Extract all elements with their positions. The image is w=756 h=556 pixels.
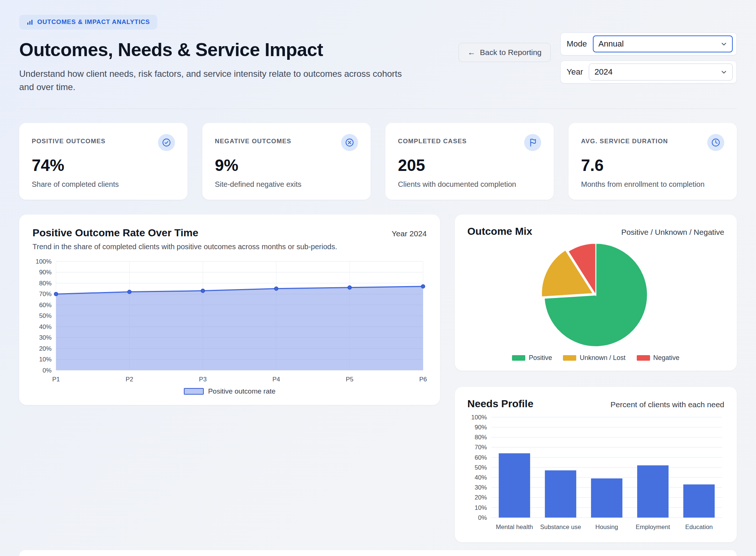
kpi-card-top: NEGATIVE OUTCOMES [215, 134, 358, 151]
mode-year-panel: Mode Annual Year 2024 [560, 32, 737, 83]
kpi-caption: Site-defined negative exits [215, 179, 358, 189]
pie-legend-item: Unknown / Lost [563, 354, 625, 362]
svg-text:80%: 80% [39, 280, 52, 287]
needs-profile-bar-chart: 0%10%20%30%40%50%60%70%80%90%100%Mental … [467, 413, 724, 533]
section-badge-label: OUTCOMES & IMPACT ANALYTICS [37, 18, 150, 26]
back-to-reporting-button[interactable]: ← Back to Reporting [458, 43, 551, 62]
svg-text:Mental health: Mental health [496, 524, 533, 531]
svg-text:80%: 80% [475, 434, 487, 441]
kpi-card-avg-service-duration: AVG. SERVICE DURATION 7.6 Months from en… [568, 123, 737, 200]
pie-legend-item: Positive [512, 354, 552, 362]
svg-text:0%: 0% [478, 514, 487, 521]
legend-label: Negative [653, 354, 680, 362]
card-head: Outcome Mix Positive / Unknown / Negativ… [467, 226, 724, 237]
svg-text:40%: 40% [475, 474, 487, 481]
kpi-card-top: AVG. SERVICE DURATION [581, 134, 724, 151]
svg-text:100%: 100% [471, 414, 487, 421]
legend-label: Positive outcome rate [208, 387, 276, 395]
header-controls: ← Back to Reporting Mode Annual Year [458, 32, 737, 83]
kpi-value: 7.6 [581, 156, 724, 175]
kpi-label: AVG. SERVICE DURATION [581, 138, 668, 145]
outcome-mix-pie-chart [535, 239, 657, 351]
svg-text:Substance use: Substance use [540, 524, 581, 531]
svg-text:P5: P5 [346, 376, 354, 383]
mode-label: Mode [567, 39, 587, 49]
chevron-down-icon [721, 41, 727, 47]
header-left: OUTCOMES & IMPACT ANALYTICS Outcomes, Ne… [19, 15, 410, 94]
mode-select[interactable]: Annual [593, 35, 733, 52]
back-button-label: Back to Reporting [480, 48, 542, 57]
legend-swatch [563, 355, 576, 361]
legend-label: Unknown / Lost [580, 354, 625, 362]
kpi-label: POSITIVE OUTCOMES [32, 138, 106, 145]
svg-text:60%: 60% [39, 302, 52, 309]
clock-icon [707, 134, 724, 151]
year-select-value: 2024 [594, 67, 612, 77]
pie-legend-item: Negative [637, 354, 680, 362]
svg-text:Education: Education [685, 524, 713, 531]
svg-text:Housing: Housing [595, 524, 618, 531]
svg-text:30%: 30% [475, 484, 487, 491]
svg-text:P4: P4 [272, 376, 280, 383]
kpi-value: 205 [398, 156, 541, 175]
svg-text:70%: 70% [475, 444, 487, 451]
year-label: Year [567, 67, 583, 77]
kpi-card-positive-outcomes: POSITIVE OUTCOMES 74% Share of completed… [19, 123, 188, 200]
svg-text:50%: 50% [475, 464, 487, 471]
svg-text:Employment: Employment [636, 524, 670, 531]
svg-text:20%: 20% [39, 345, 52, 352]
legend-swatch [512, 355, 525, 361]
svg-text:30%: 30% [39, 334, 52, 341]
card-subtitle: Trend in the share of completed clients … [32, 243, 427, 251]
kpi-card-negative-outcomes: NEGATIVE OUTCOMES 9% Site-defined negati… [202, 123, 371, 200]
card-meta: Positive / Unknown / Negative [621, 228, 724, 237]
kpi-card-top: POSITIVE OUTCOMES [32, 134, 175, 151]
legend-label: Positive [529, 354, 552, 362]
svg-text:P2: P2 [126, 376, 133, 383]
kpi-value: 9% [215, 156, 358, 175]
header-divider [19, 109, 737, 109]
outcomes-dashboard-page: OUTCOMES & IMPACT ANALYTICS Outcomes, Ne… [0, 0, 756, 556]
year-select[interactable]: 2024 [589, 64, 733, 80]
svg-text:P3: P3 [199, 376, 207, 383]
year-control-row: Year 2024 [560, 61, 737, 83]
kpi-card-completed-cases: COMPLETED CASES 205 Clients with documen… [385, 123, 554, 200]
pie-legend: PositiveUnknown / LostNegative [467, 354, 724, 362]
kpi-caption: Share of completed clients [32, 179, 175, 189]
section-badge: OUTCOMES & IMPACT ANALYTICS [19, 15, 157, 30]
positive-outcome-rate-card: Positive Outcome Rate Over Time Year 202… [19, 214, 440, 405]
card-meta: Year 2024 [392, 229, 427, 238]
check-circle-icon [158, 134, 175, 151]
chevron-down-icon [721, 69, 727, 75]
svg-text:50%: 50% [39, 312, 52, 319]
kpi-label: COMPLETED CASES [398, 138, 467, 145]
line-chart-legend: Positive outcome rate [32, 387, 427, 395]
legend-swatch [184, 388, 204, 395]
svg-text:60%: 60% [475, 454, 487, 461]
kpi-row: POSITIVE OUTCOMES 74% Share of completed… [19, 123, 737, 200]
right-column: Outcome Mix Positive / Unknown / Negativ… [455, 214, 737, 542]
svg-text:70%: 70% [39, 291, 52, 298]
flag-icon [524, 134, 541, 151]
svg-text:90%: 90% [39, 269, 52, 276]
card-head: Positive Outcome Rate Over Time Year 202… [32, 227, 427, 239]
svg-text:20%: 20% [475, 494, 487, 501]
kpi-caption: Months from enrollment to completion [581, 179, 724, 189]
mode-select-value: Annual [598, 39, 624, 49]
bar-chart-icon [27, 19, 33, 25]
card-title: Positive Outcome Rate Over Time [32, 227, 198, 239]
mode-control-row: Mode Annual [560, 32, 737, 55]
positive-outcome-rate-chart: 0%10%20%30%40%50%60%70%80%90%100%P1P2P3P… [32, 257, 427, 384]
svg-text:10%: 10% [39, 356, 52, 363]
next-section-card [19, 550, 737, 556]
x-circle-icon [341, 134, 358, 151]
page-title: Outcomes, Needs & Service Impact [19, 39, 410, 61]
svg-text:P6: P6 [419, 376, 427, 383]
svg-text:40%: 40% [39, 323, 52, 330]
svg-text:100%: 100% [36, 258, 52, 265]
page-header: OUTCOMES & IMPACT ANALYTICS Outcomes, Ne… [19, 15, 737, 94]
svg-text:90%: 90% [475, 424, 487, 431]
kpi-caption: Clients with documented completion [398, 179, 541, 189]
page-subtitle: Understand how client needs, risk factor… [19, 67, 410, 94]
charts-area: Positive Outcome Rate Over Time Year 202… [19, 214, 737, 542]
